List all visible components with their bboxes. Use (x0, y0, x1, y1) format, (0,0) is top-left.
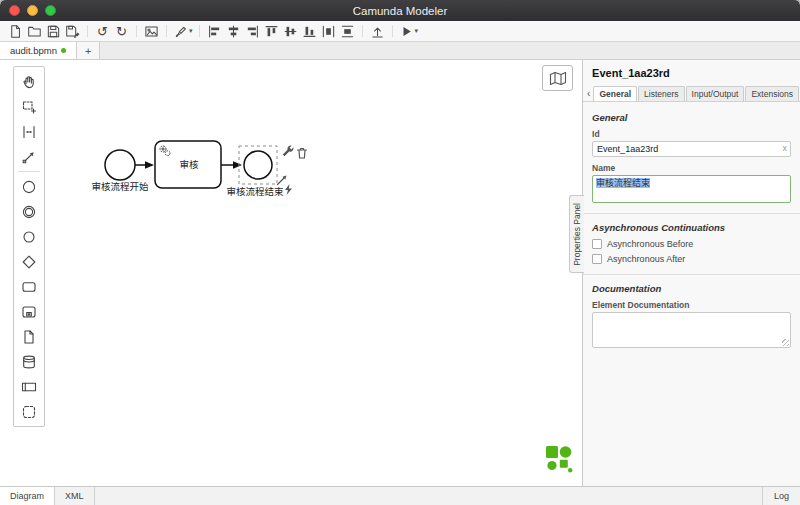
palette-space-tool[interactable] (14, 119, 44, 144)
log-button[interactable]: Log (762, 487, 800, 505)
group-divider (583, 213, 800, 214)
properties-panel-toggle-label: Properties Panel (572, 203, 582, 266)
task-label: 审核 (179, 159, 199, 170)
palette-create-data-store[interactable] (14, 349, 44, 374)
tab-listeners[interactable]: Listeners (638, 86, 685, 101)
palette-lasso-tool[interactable] (14, 94, 44, 119)
brush-icon (173, 24, 188, 39)
palette-create-data-object[interactable] (14, 324, 44, 349)
close-window-button[interactable] (9, 5, 20, 16)
participant-icon (21, 379, 37, 395)
properties-panel-toggle[interactable]: Properties Panel (569, 195, 584, 273)
name-value-selected: 审核流程结束 (596, 178, 650, 188)
start-event-label: 审核流程开始 (91, 181, 149, 192)
element-template-button[interactable]: ▾ (173, 23, 193, 40)
documentation-group-title: Documentation (592, 283, 791, 294)
align-right-button[interactable] (244, 23, 261, 40)
tab-input-output[interactable]: Input/Output (686, 86, 745, 101)
palette-create-participant[interactable] (14, 374, 44, 399)
connect-arrow-icon (278, 178, 285, 185)
document-tab-bar: audit.bpmn + (0, 42, 800, 60)
sequence-flow-1[interactable] (135, 161, 154, 168)
id-input[interactable] (592, 141, 791, 157)
data-store-icon (21, 354, 37, 370)
end-event-shape[interactable]: 审核流程结束 (226, 151, 284, 197)
redo-icon: ↻ (116, 25, 127, 38)
minimap-toggle-button[interactable] (542, 65, 573, 91)
xml-tab[interactable]: XML (55, 487, 95, 505)
align-center-button[interactable] (225, 23, 242, 40)
data-object-icon (21, 329, 37, 345)
tabs-scroll-left-arrow[interactable]: ‹ (584, 88, 593, 101)
new-diagram-button[interactable] (7, 23, 24, 40)
start-event-shape[interactable]: 审核流程开始 (91, 150, 149, 192)
id-label: Id (592, 129, 791, 139)
properties-body: General Id x Name 审核流程结束 Asynchronous Co… (583, 102, 800, 486)
align-bottom-button[interactable] (301, 23, 318, 40)
name-textarea[interactable]: 审核流程结束 (592, 175, 791, 203)
export-image-button[interactable] (143, 23, 160, 40)
palette-create-group[interactable] (14, 399, 44, 424)
palette-create-subprocess[interactable] (14, 299, 44, 324)
align-top-button[interactable] (263, 23, 280, 40)
run-process-button[interactable]: ▾ (399, 23, 419, 40)
end-event-icon (21, 229, 37, 245)
chevron-down-icon: ▾ (415, 27, 419, 35)
tab-audit-bpmn[interactable]: audit.bpmn (0, 42, 77, 59)
palette-create-task[interactable] (14, 274, 44, 299)
gateway-icon (21, 254, 37, 270)
upload-icon (370, 24, 385, 39)
align-left-button[interactable] (206, 23, 223, 40)
align-middle-icon (283, 24, 298, 39)
palette-hand-tool[interactable] (14, 69, 44, 94)
context-pad-connect[interactable] (278, 176, 287, 185)
minimize-window-button[interactable] (27, 5, 38, 16)
palette-create-gateway[interactable] (14, 249, 44, 274)
bpmn-io-logo[interactable] (545, 445, 573, 473)
toolbar-separator (136, 25, 137, 37)
save-button[interactable] (45, 23, 62, 40)
new-tab-button[interactable]: + (77, 42, 100, 59)
documentation-textarea[interactable] (592, 312, 791, 348)
redo-button[interactable]: ↻ (113, 23, 130, 40)
align-right-icon (245, 24, 260, 39)
async-after-label: Asynchronous After (607, 254, 685, 264)
context-pad-change-type[interactable] (283, 145, 294, 156)
diagram-tab[interactable]: Diagram (0, 487, 55, 505)
zoom-window-button[interactable] (45, 5, 56, 16)
align-middle-button[interactable] (282, 23, 299, 40)
open-file-button[interactable] (26, 23, 43, 40)
distribute-horizontally-button[interactable] (320, 23, 337, 40)
image-icon (144, 24, 159, 39)
palette-create-intermediate-event[interactable] (14, 199, 44, 224)
bpmn-canvas[interactable]: 审核流程开始 审核 (0, 60, 582, 486)
tab-general[interactable]: General (593, 86, 637, 101)
space-tool-icon (21, 124, 37, 140)
palette-global-connect-tool[interactable] (14, 144, 44, 169)
distribute-vertically-button[interactable] (339, 23, 356, 40)
toolbar-separator (87, 25, 88, 37)
unsaved-changes-indicator (61, 48, 66, 53)
context-pad-text-annotation[interactable] (285, 184, 292, 195)
window-title: Camunda Modeler (0, 5, 800, 17)
async-before-checkbox[interactable] (592, 239, 602, 249)
distribute-vertical-icon (340, 24, 355, 39)
context-pad-delete[interactable] (298, 149, 307, 159)
clear-id-icon[interactable]: x (783, 143, 788, 153)
window-controls (9, 0, 56, 21)
undo-button[interactable]: ↺ (94, 23, 111, 40)
align-left-icon (207, 24, 222, 39)
task-icon (21, 279, 37, 295)
palette-create-start-event[interactable] (14, 174, 44, 199)
async-before-label: Asynchronous Before (607, 239, 693, 249)
async-after-checkbox[interactable] (592, 254, 602, 264)
resize-handle[interactable] (782, 339, 789, 346)
tab-extensions[interactable]: Extensions (745, 86, 799, 101)
undo-icon: ↺ (97, 25, 108, 38)
element-documentation-label: Element Documentation (592, 300, 791, 310)
deploy-button[interactable] (369, 23, 386, 40)
save-as-button[interactable] (64, 23, 81, 40)
align-top-icon (264, 24, 279, 39)
service-task-shape[interactable]: 审核 (155, 141, 221, 188)
palette-create-end-event[interactable] (14, 224, 44, 249)
